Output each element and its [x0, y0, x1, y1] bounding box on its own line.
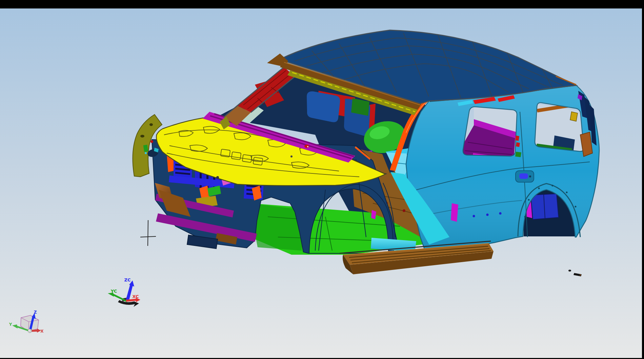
abs-origin-sphere	[28, 329, 32, 333]
c-pillar-red-mark-1	[515, 135, 519, 141]
hood-dot-2	[290, 155, 293, 157]
door-handle[interactable]	[519, 173, 528, 179]
debris-group	[568, 270, 582, 276]
abs-x-label: X	[40, 329, 44, 334]
abs-origin-highlight	[28, 330, 30, 331]
wcs-z-label: ZC	[124, 277, 131, 282]
cowl-red-oval	[304, 145, 309, 148]
c-pillar-red-mark-2	[516, 142, 520, 147]
c-pillar-green-square	[515, 152, 521, 157]
wcs-y-label: YC	[110, 289, 117, 294]
wcs-triad[interactable]: ZC YC XC	[108, 277, 140, 307]
fender-red-dot	[150, 140, 153, 143]
handle-dot	[529, 175, 531, 177]
cad-viewport[interactable]: ZC YC XC Z Y X	[0, 0, 644, 359]
fender-hole-2	[140, 135, 144, 138]
abs-y-label: Y	[9, 322, 12, 327]
antenna-rod	[140, 220, 156, 246]
wcs-z-axis[interactable]	[125, 284, 133, 301]
wcs-x-label: XC	[132, 294, 139, 299]
model-canvas[interactable]: ZC YC XC Z Y X	[0, 0, 644, 359]
fender-hole-3	[149, 123, 153, 126]
abs-y-arrowhead	[12, 324, 18, 329]
floor-red-dot-2	[403, 209, 405, 212]
cowl-white-dot	[307, 146, 308, 147]
abs-triad[interactable]: Z Y X	[9, 310, 44, 334]
hood-latch-dot	[216, 176, 219, 179]
door-inner-panel-1[interactable]	[307, 91, 340, 122]
debris-brown-dot	[580, 274, 581, 276]
debris-dot	[568, 270, 571, 272]
w2-gold-plate	[570, 112, 578, 121]
abs-z-label: Z	[34, 310, 37, 315]
fender-cyan-dot	[145, 152, 147, 154]
